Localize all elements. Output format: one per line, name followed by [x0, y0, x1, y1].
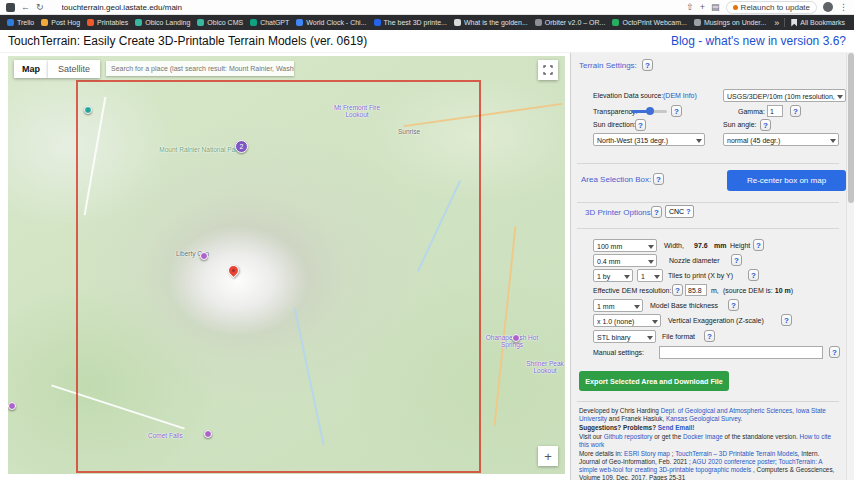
- help-sun-angle[interactable]: ?: [760, 119, 771, 131]
- area-selection-box[interactable]: [76, 80, 481, 473]
- blog-link[interactable]: Blog - what's new in version 3.6?: [671, 34, 846, 48]
- footer-link[interactable]: Kansas Geological Survey: [666, 415, 740, 422]
- profile-avatar[interactable]: [823, 2, 833, 12]
- dem-resolution-input[interactable]: [685, 284, 707, 296]
- bookmark-item[interactable]: Orbiter v2.0 – OR...: [532, 16, 609, 29]
- help-file-format[interactable]: ?: [704, 330, 715, 342]
- help-nozzle[interactable]: ?: [731, 254, 742, 266]
- toolbar-right-cluster: ⇧ + ▤ Relaunch to update ⋮: [686, 0, 848, 15]
- gamma-input[interactable]: [767, 105, 783, 117]
- bookmark-item[interactable]: The best 3D printe...: [371, 16, 450, 29]
- cnc-toggle[interactable]: CNC ?: [665, 205, 694, 218]
- bookmarks-overflow-chevron[interactable]: »: [770, 18, 783, 28]
- help-terrain-settings[interactable]: ?: [642, 59, 653, 71]
- footer-text: Visit our: [579, 433, 604, 440]
- page-title: TouchTerrain: Easily Create 3D-Printable…: [8, 34, 367, 48]
- width-select[interactable]: 100 mm: [593, 239, 657, 252]
- width-label: Width,: [664, 242, 684, 249]
- chevron-down-icon: [648, 245, 654, 252]
- footer-text: Developed by Chris Harding: [579, 407, 661, 414]
- help-gamma[interactable]: ?: [790, 105, 801, 117]
- bookmark-label: World Clock - Chi...: [306, 19, 366, 26]
- dem-source-select[interactable]: USGS/3DEP/10m (10m resolution, US only): [723, 89, 846, 102]
- tab-favicon[interactable]: [6, 3, 15, 12]
- base-thickness-select[interactable]: 1 mm: [593, 299, 643, 312]
- relaunch-button[interactable]: Relaunch to update: [726, 1, 817, 14]
- bookmark-item[interactable]: World Clock - Chi...: [293, 16, 369, 29]
- slider-thumb[interactable]: [646, 107, 654, 115]
- page-scrollbar[interactable]: [846, 53, 854, 480]
- zoom-in-button[interactable]: +: [538, 446, 558, 466]
- help-sun-direction[interactable]: ?: [635, 119, 646, 131]
- chevron-down-icon: [634, 305, 640, 312]
- map-type-map-button[interactable]: Map: [14, 60, 48, 78]
- file-format-select[interactable]: STL binary: [593, 330, 656, 343]
- bookmark-item[interactable]: Obico Landing: [132, 16, 193, 29]
- sun-angle-label: Sun angle:: [723, 121, 756, 128]
- zscale-select[interactable]: x 1.0 (none): [593, 314, 661, 327]
- bookmark-item[interactable]: Musings on Under...: [691, 16, 769, 29]
- manual-settings-input[interactable]: [659, 346, 823, 359]
- export-button[interactable]: Export Selected Area and Download File: [579, 371, 729, 391]
- dem-info-link[interactable]: (DEM Info): [663, 92, 697, 99]
- footer-text: .: [741, 415, 743, 422]
- bookmark-item[interactable]: ChatGPT: [247, 16, 292, 29]
- dem-source-close: ): [791, 287, 793, 294]
- terrain-map[interactable]: Mt Fremont Fire LookoutSunriseMount Rain…: [8, 56, 565, 474]
- recenter-box-button[interactable]: Re-center box on map: [727, 170, 846, 191]
- help-width-height[interactable]: ?: [753, 239, 764, 251]
- help-transparency[interactable]: ?: [671, 105, 682, 117]
- footer-link[interactable]: Docker Image: [683, 433, 723, 440]
- tiles-y-value: 1: [641, 272, 653, 281]
- map-dot-marker[interactable]: [512, 334, 520, 342]
- back-icon[interactable]: ←: [21, 0, 30, 15]
- new-tab-icon[interactable]: +: [700, 0, 705, 15]
- footer-link[interactable]: Github repository: [604, 433, 653, 440]
- transparency-slider[interactable]: [631, 107, 667, 115]
- map-type-satellite-button[interactable]: Satellite: [48, 60, 100, 78]
- bookmark-favicon-icon: [7, 19, 14, 26]
- bookmark-favicon-icon: [374, 19, 381, 26]
- footer-link[interactable]: TouchTerrain – 3D Printable Terrain Mode…: [675, 450, 797, 457]
- footer-link[interactable]: ESRI Story map: [624, 450, 670, 457]
- footer-link[interactable]: Send Email!: [658, 424, 695, 431]
- footer-link[interactable]: AGU 2020 conference poster: [692, 458, 775, 465]
- all-bookmarks-button[interactable]: All Bookmarks: [786, 19, 850, 27]
- footer-link[interactable]: Dept. of Geological and Atmospheric Scie…: [661, 407, 792, 414]
- divider: [577, 401, 839, 402]
- share-icon[interactable]: ⇧: [686, 0, 694, 15]
- help-base-thickness[interactable]: ?: [728, 299, 739, 311]
- help-dem-resolution[interactable]: ?: [672, 284, 683, 296]
- bookmark-item[interactable]: Post Hog: [38, 16, 83, 29]
- help-manual-settings[interactable]: ?: [829, 346, 840, 358]
- bookmark-label: Trello: [17, 19, 34, 26]
- fullscreen-button[interactable]: [538, 60, 558, 80]
- tiles-x-select[interactable]: 1 by: [593, 269, 633, 282]
- reload-icon[interactable]: ↻: [36, 0, 44, 15]
- bookmark-item[interactable]: Printables: [84, 16, 131, 29]
- bookmark-item[interactable]: OctoPrint Webcam...: [609, 16, 689, 29]
- bookmark-favicon-icon: [197, 19, 204, 26]
- help-area-selection[interactable]: ?: [653, 173, 664, 185]
- sun-angle-select[interactable]: normal (45 degr.): [723, 133, 839, 146]
- help-printer-options[interactable]: ?: [651, 206, 662, 218]
- bookmark-item[interactable]: Obico CMS: [194, 16, 246, 29]
- scrollbar-thumb[interactable]: [848, 53, 854, 203]
- bookmark-favicon-icon: [694, 19, 701, 26]
- help-zscale[interactable]: ?: [781, 314, 792, 326]
- tiles-y-select[interactable]: 1: [637, 269, 663, 282]
- bookmark-item[interactable]: Trello: [4, 16, 37, 29]
- map-dot-marker[interactable]: [8, 402, 16, 410]
- bookmark-item[interactable]: What is the golden...: [451, 16, 531, 29]
- cnc-label: CNC: [669, 208, 684, 215]
- place-search-input[interactable]: Search for a place (last search result: …: [106, 61, 294, 76]
- bookmarks-separator: [784, 18, 785, 27]
- nozzle-select[interactable]: 0.4 mm: [593, 254, 657, 267]
- menu-dots-icon[interactable]: ⋮: [839, 0, 848, 15]
- chevron-down-icon: [654, 275, 660, 282]
- help-tiles[interactable]: ?: [748, 269, 759, 281]
- sun-direction-select[interactable]: North-West (315 degr.): [593, 133, 705, 146]
- address-bar[interactable]: touchterrain.geol.iastate.edu/main: [62, 3, 183, 12]
- side-panel-icon[interactable]: ▤: [711, 0, 720, 15]
- bookmark-favicon-icon: [87, 19, 94, 26]
